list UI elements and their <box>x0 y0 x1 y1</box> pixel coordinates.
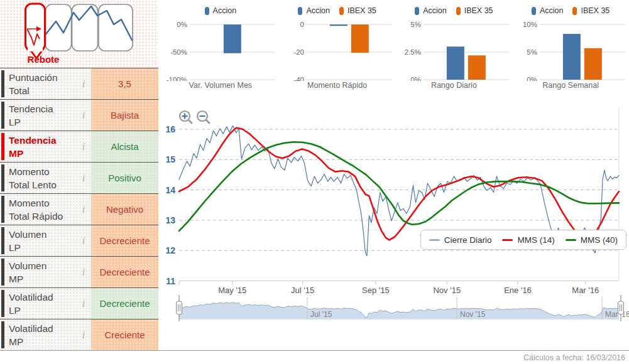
mini-chart-4: AccionIBEX 3510%5%0%Rango Semanal <box>512 0 629 93</box>
indicator-table: Puntuación Totali3,5Tendencia LPiBajista… <box>0 68 158 351</box>
bar-Accion[interactable] <box>563 34 581 80</box>
svg-text:-50%: -50% <box>170 48 187 56</box>
mini-chart-legend: AccionIBEX 35 <box>279 0 396 18</box>
mini-charts: Accion0%-50%-100%Var. Volumen MesAccionI… <box>162 0 629 93</box>
indicator-value: Decreciente <box>91 288 158 319</box>
mini-chart-legend: AccionIBEX 35 <box>512 0 629 18</box>
pattern-panel: Rebote <box>0 0 158 68</box>
mini-chart-title: Rango Semanal <box>512 81 629 90</box>
mini-chart-title: Var. Volumen Mes <box>162 81 279 90</box>
legend-item[interactable]: MMS (40) <box>566 235 618 245</box>
main-chart[interactable]: 161514131211May '15Jul '15Sep '15Nov '15… <box>162 93 629 351</box>
indicator-label: Momento Total Lento <box>0 163 76 193</box>
svg-text:Nov '15: Nov '15 <box>433 286 461 295</box>
info-icon[interactable]: i <box>76 100 91 131</box>
navigator-handle-right[interactable] <box>618 301 624 314</box>
svg-text:11: 11 <box>166 276 175 286</box>
info-icon[interactable]: i <box>76 68 91 99</box>
indicator-label: Volatilidad LP <box>0 288 76 319</box>
table-row[interactable]: Momento Total RápidoiNegativo <box>0 194 158 225</box>
bar-Accion[interactable] <box>224 24 241 53</box>
bar-IBEX 35[interactable] <box>351 24 369 53</box>
pattern-card[interactable] <box>46 4 72 51</box>
svg-text:13: 13 <box>165 215 175 225</box>
info-icon[interactable]: i <box>76 194 91 225</box>
row-accent-bar <box>1 133 4 160</box>
charts-area: Accion0%-50%-100%Var. Volumen MesAccionI… <box>162 0 629 350</box>
row-accent-bar <box>1 259 4 286</box>
indicator-value: Decreciente <box>91 225 158 256</box>
legend-item[interactable]: IBEX 35 <box>572 6 610 15</box>
legend-item[interactable]: MMS (14) <box>502 235 554 245</box>
left-panel: Rebote Puntuación Totali3,5Tendencia LPi… <box>0 0 158 350</box>
pattern-card-selected[interactable] <box>26 4 45 51</box>
pointer-mask <box>28 48 43 51</box>
svg-text:Jul '15: Jul '15 <box>291 286 314 295</box>
svg-text:Nov '15: Nov '15 <box>460 310 486 319</box>
svg-text:Mar '16: Mar '16 <box>605 310 629 319</box>
svg-text:-100%: -100% <box>167 76 187 81</box>
svg-text:-20: -20 <box>293 48 304 56</box>
table-row[interactable]: Puntuación Totali3,5 <box>0 68 158 100</box>
zoom-in-button[interactable] <box>180 111 192 123</box>
legend-item[interactable]: Accion <box>415 6 447 15</box>
bar-IBEX 35[interactable] <box>584 48 602 80</box>
table-row[interactable]: Tendencia LPiBajista <box>0 100 158 131</box>
series-line-MMS (14)[interactable] <box>179 128 619 240</box>
row-accent-bar <box>1 70 4 97</box>
indicator-label: Momento Total Rápido <box>0 194 76 225</box>
row-accent-bar <box>1 227 4 254</box>
svg-text:Mar '16: Mar '16 <box>572 286 599 295</box>
legend-marker-icon <box>456 7 461 15</box>
legend-item[interactable]: IBEX 35 <box>456 6 493 15</box>
svg-text:0%: 0% <box>410 76 421 81</box>
footer-date: Cálculos a fecha: 16/03/2016 <box>523 353 625 362</box>
indicator-value: Positivo <box>91 163 158 193</box>
pattern-card[interactable] <box>99 4 133 51</box>
mini-chart-legend: AccionIBEX 35 <box>396 0 513 18</box>
series-line-MMS (40)[interactable] <box>179 142 619 230</box>
svg-text:0%: 0% <box>177 21 187 28</box>
mini-chart-1: Accion0%-50%-100%Var. Volumen Mes <box>162 0 279 93</box>
bar-Accion[interactable] <box>446 46 464 80</box>
table-row[interactable]: Volatilidad MPiCreciente <box>0 319 158 351</box>
mini-chart-legend: Accion <box>162 0 279 18</box>
svg-text:5%: 5% <box>527 48 538 56</box>
info-icon[interactable]: i <box>76 288 91 319</box>
legend-item[interactable]: Accion <box>298 6 330 15</box>
legend-item[interactable]: Accion <box>205 6 237 15</box>
svg-text:15: 15 <box>165 154 175 164</box>
info-icon[interactable]: i <box>76 163 91 193</box>
info-icon[interactable]: i <box>76 319 91 350</box>
svg-text:Sep '15: Sep '15 <box>362 286 390 295</box>
indicator-label: Volatilidad MP <box>0 319 76 350</box>
bar-Accion[interactable] <box>330 24 347 26</box>
svg-text:-40: -40 <box>293 76 304 81</box>
zoom-out-button[interactable] <box>197 111 209 123</box>
indicator-label: Tendencia LP <box>0 100 76 131</box>
info-icon[interactable]: i <box>76 131 91 162</box>
dashboard: Rebote Puntuación Totali3,5Tendencia LPi… <box>0 0 629 364</box>
table-row[interactable]: Volumen LPiDecreciente <box>0 225 158 257</box>
indicator-label: Tendencia MP <box>0 131 76 162</box>
bar-IBEX 35[interactable] <box>468 55 485 80</box>
footer: Cálculos a fecha: 16/03/2016 <box>0 350 629 364</box>
table-row[interactable]: Volumen MPiDecreciente <box>0 257 158 288</box>
row-accent-bar <box>1 196 4 223</box>
navigator[interactable]: Jul '15Nov '15Mar '16 <box>177 295 629 321</box>
legend-item[interactable]: Cierre Diario <box>429 235 492 245</box>
table-row[interactable]: Volatilidad LPiDecreciente <box>0 288 158 319</box>
table-row[interactable]: Tendencia MPiAlcista <box>0 131 158 163</box>
legend-marker-icon <box>298 7 302 15</box>
indicator-value: Decreciente <box>91 257 158 287</box>
legend-marker-icon <box>339 7 344 15</box>
legend-line-icon <box>502 239 513 241</box>
legend-item[interactable]: Accion <box>532 6 564 15</box>
info-icon[interactable]: i <box>76 257 91 287</box>
mini-chart-title: Momento Rápido <box>279 81 396 90</box>
table-row[interactable]: Momento Total LentoiPositivo <box>0 163 158 194</box>
info-icon[interactable]: i <box>76 225 91 256</box>
legend-item[interactable]: IBEX 35 <box>339 6 376 15</box>
mini-chart-2: AccionIBEX 350-20-40Momento Rápido <box>279 0 396 93</box>
navigator-handle-left[interactable] <box>177 301 182 314</box>
